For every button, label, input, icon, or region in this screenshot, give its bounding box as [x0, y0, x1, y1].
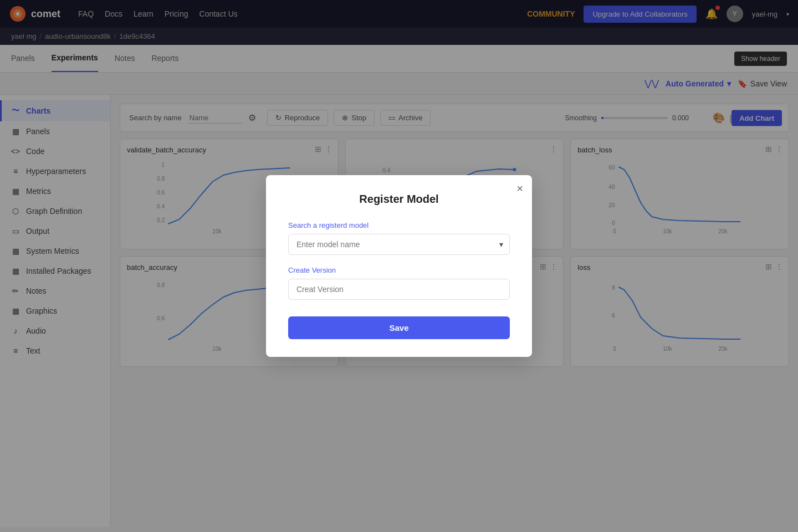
model-search-input[interactable]: [288, 234, 510, 255]
version-section: Create Version: [288, 266, 510, 300]
register-model-modal: × Register Model Search a registerd mode…: [266, 175, 532, 357]
modal-overlay[interactable]: × Register Model Search a registerd mode…: [0, 0, 798, 527]
model-dropdown-icon[interactable]: ▾: [499, 240, 503, 249]
modal-close-button[interactable]: ×: [516, 183, 523, 194]
version-input-wrap: [288, 279, 510, 300]
version-input[interactable]: [288, 279, 510, 300]
model-search-label: Search a registerd model: [288, 221, 510, 229]
version-label: Create Version: [288, 266, 510, 274]
model-search-input-wrap: ▾: [288, 234, 510, 255]
modal-title: Register Model: [288, 193, 510, 206]
modal-save-button[interactable]: Save: [288, 316, 510, 339]
model-search-section: Search a registerd model ▾: [288, 221, 510, 255]
